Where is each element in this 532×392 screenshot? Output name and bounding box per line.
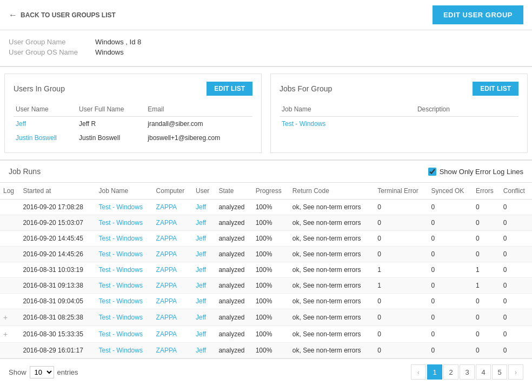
run-user-link[interactable]: Jeff [196, 330, 206, 338]
table-row: + 2016-08-31 08:25:38 Test - Windows ZAP… [0, 309, 532, 326]
computer-link[interactable]: ZAPPA [156, 266, 177, 274]
run-user-link[interactable]: Jeff [196, 235, 206, 242]
terminal-error-cell: 0 [374, 215, 428, 231]
col-fullname: User Full Name [77, 102, 145, 117]
jobname-cell: Test - Windows [96, 247, 153, 262]
run-job-link[interactable]: Test - Windows [99, 347, 143, 354]
conflict-cell: 0 [500, 309, 532, 326]
col-log: Log [0, 183, 19, 200]
run-job-link[interactable]: Test - Windows [99, 297, 143, 305]
computer-link[interactable]: ZAPPA [156, 297, 177, 305]
table-row: 2016-09-20 14:45:45 Test - Windows ZAPPA… [0, 231, 532, 247]
run-user-link[interactable]: Jeff [196, 266, 206, 274]
return-code-cell: ok, See non-term errors [289, 278, 375, 294]
page-5-button[interactable]: 5 [492, 364, 507, 380]
started-cell: 2016-09-20 14:45:45 [19, 231, 95, 247]
run-job-link[interactable]: Test - Windows [99, 219, 143, 227]
table-row: 2016-08-31 10:03:19 Test - Windows ZAPPA… [0, 262, 532, 278]
os-name-label: User Group OS Name [9, 48, 95, 56]
log-expand-icon[interactable]: + [3, 313, 8, 322]
conflict-cell: 0 [500, 326, 532, 343]
footer: Show 10 25 50 entries ‹ 1 2 3 4 5 › [0, 358, 532, 385]
col-synced-ok: Synced OK [428, 183, 473, 200]
user-cell: Jeff [192, 200, 215, 215]
run-job-link[interactable]: Test - Windows [99, 282, 143, 289]
run-user-link[interactable]: Jeff [196, 297, 206, 305]
progress-cell: 100% [252, 294, 289, 309]
computer-cell: ZAPPA [153, 343, 192, 358]
job-link[interactable]: Test - Windows [282, 120, 325, 128]
started-cell: 2016-08-31 10:03:19 [19, 262, 95, 278]
run-user-link[interactable]: Jeff [196, 282, 206, 289]
computer-link[interactable]: ZAPPA [156, 314, 177, 321]
user-cell: Jeff [192, 294, 215, 309]
error-log-checkbox[interactable] [428, 168, 436, 176]
terminal-error-cell: 0 [374, 200, 428, 215]
errors-cell: 1 [473, 278, 500, 294]
state-cell: analyzed [215, 247, 252, 262]
run-job-link[interactable]: Test - Windows [99, 250, 143, 258]
computer-link[interactable]: ZAPPA [156, 330, 177, 338]
run-job-link[interactable]: Test - Windows [99, 266, 143, 274]
col-username: User Name [14, 102, 77, 117]
run-user-link[interactable]: Jeff [196, 203, 206, 211]
computer-link[interactable]: ZAPPA [156, 250, 177, 258]
computer-link[interactable]: ZAPPA [156, 203, 177, 211]
run-job-link[interactable]: Test - Windows [99, 203, 143, 211]
conflict-cell: 0 [500, 200, 532, 215]
footer-left: Show 10 25 50 entries [9, 366, 78, 378]
progress-cell: 100% [252, 326, 289, 343]
run-user-link[interactable]: Jeff [196, 219, 206, 227]
computer-link[interactable]: ZAPPA [156, 347, 177, 354]
user-link[interactable]: Jeff [16, 120, 26, 128]
user-link[interactable]: Justin Boswell [16, 134, 57, 142]
col-jobname: Job Name [280, 102, 415, 117]
computer-link[interactable]: ZAPPA [156, 219, 177, 227]
jobname-cell: Test - Windows [96, 309, 153, 326]
terminal-error-cell: 0 [374, 294, 428, 309]
page-4-button[interactable]: 4 [476, 364, 491, 380]
computer-link[interactable]: ZAPPA [156, 235, 177, 242]
job-name-cell: Test - Windows [280, 117, 415, 131]
log-cell [0, 262, 19, 278]
synced-ok-cell: 0 [428, 247, 473, 262]
computer-cell: ZAPPA [153, 231, 192, 247]
started-cell: 2016-08-31 09:13:38 [19, 278, 95, 294]
log-cell: + [0, 326, 19, 343]
table-row: 2016-09-20 14:45:26 Test - Windows ZAPPA… [0, 247, 532, 262]
col-computer: Computer [153, 183, 192, 200]
page-2-button[interactable]: 2 [443, 364, 458, 380]
col-state: State [215, 183, 252, 200]
prev-page-button[interactable]: ‹ [411, 364, 426, 380]
error-log-label[interactable]: Show Only Error Log Lines [428, 168, 523, 176]
page-1-button[interactable]: 1 [427, 364, 442, 380]
edit-user-group-button[interactable]: EDIT USER GROUP [433, 5, 523, 24]
return-code-cell: ok, See non-term errors [289, 231, 375, 247]
state-cell: analyzed [215, 278, 252, 294]
user-email-cell: jboswell+1@sibereg.com [145, 131, 252, 145]
jobname-cell: Test - Windows [96, 215, 153, 231]
errors-cell: 0 [473, 309, 500, 326]
next-page-button[interactable]: › [508, 364, 523, 380]
terminal-error-cell: 0 [374, 326, 428, 343]
users-edit-list-button[interactable]: EDIT LIST [207, 82, 252, 96]
page-3-button[interactable]: 3 [460, 364, 475, 380]
job-runs-header-row: Log Started at Job Name Computer User St… [0, 183, 532, 200]
log-expand-icon[interactable]: + [3, 330, 8, 338]
entries-label: entries [57, 368, 78, 376]
run-job-link[interactable]: Test - Windows [99, 314, 143, 321]
jobs-edit-list-button[interactable]: EDIT LIST [473, 82, 518, 96]
run-job-link[interactable]: Test - Windows [99, 330, 143, 338]
jobs-panel-title: Jobs For Group [280, 84, 332, 93]
run-user-link[interactable]: Jeff [196, 250, 206, 258]
run-job-link[interactable]: Test - Windows [99, 235, 143, 242]
entries-select[interactable]: 10 25 50 [30, 366, 54, 378]
jobname-cell: Test - Windows [96, 262, 153, 278]
jobs-table: Job Name Description Test - Windows [280, 102, 518, 131]
back-link[interactable]: ← BACK TO USER GROUPS LIST [9, 10, 116, 20]
computer-link[interactable]: ZAPPA [156, 282, 177, 289]
return-code-cell: ok, See non-term errors [289, 247, 375, 262]
run-user-link[interactable]: Jeff [196, 314, 206, 321]
return-code-cell: ok, See non-term errors [289, 200, 375, 215]
run-user-link[interactable]: Jeff [196, 347, 206, 354]
